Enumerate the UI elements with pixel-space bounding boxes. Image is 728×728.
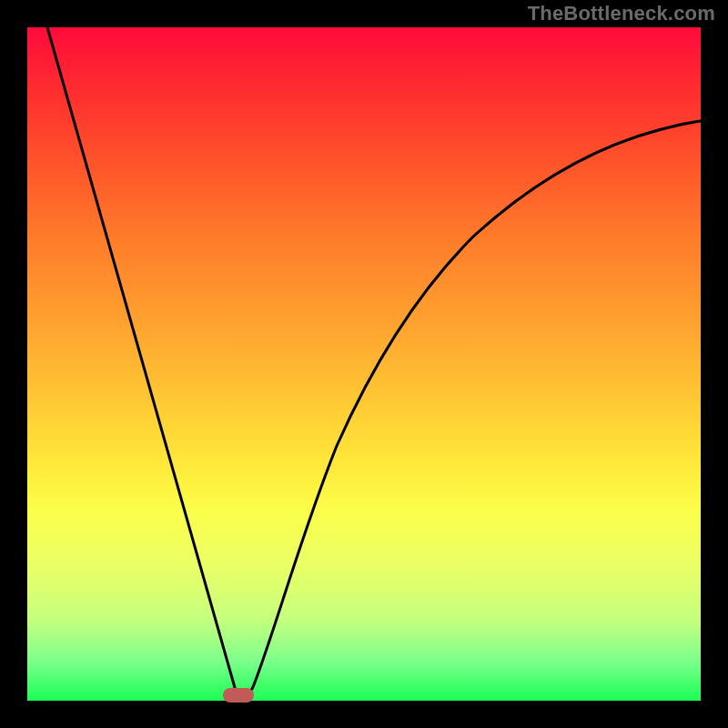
watermark-text: TheBottleneck.com xyxy=(528,2,715,25)
curve-svg xyxy=(27,27,701,701)
min-marker xyxy=(223,688,254,703)
bottleneck-curve xyxy=(47,27,701,698)
chart-frame: TheBottleneck.com xyxy=(0,0,728,728)
plot-area xyxy=(27,27,701,701)
